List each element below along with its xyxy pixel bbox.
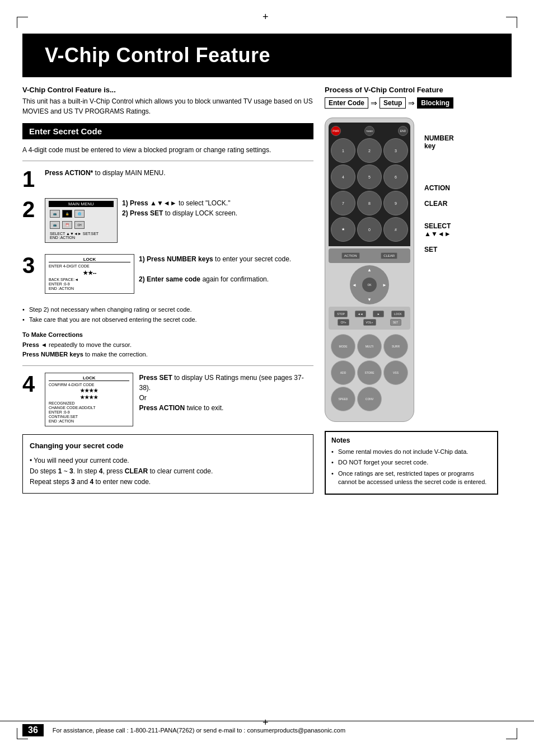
corrections-line2: Press NUMBER keys to make the correction… xyxy=(22,350,313,360)
label-clear: CLEAR xyxy=(424,200,454,208)
btn-5[interactable]: 5 xyxy=(357,165,382,189)
step-2-instructions: 1) Press ▲▼◄► to select "LOCK." 2) Press… xyxy=(122,198,237,218)
lock-enter-row: ENTER 4-DIGIT CODE xyxy=(49,264,130,268)
lock-back-row: BACK SPACE:◄ xyxy=(49,278,130,281)
step-1-text: Press ACTION* to display MAIN MENU. xyxy=(45,168,313,178)
label-select: SELECT ▲▼◄► xyxy=(424,222,454,238)
remote-mid-row1: ACTION CLEAR xyxy=(331,252,408,259)
btn-add[interactable]: ADD xyxy=(331,360,355,385)
process-header: Process of V-Chip Control Feature xyxy=(325,86,498,94)
label-set: SET xyxy=(424,246,454,253)
btn-0[interactable]: 0 xyxy=(357,217,382,242)
step-3-inst1: 1) Press NUMBER keys to enter your secre… xyxy=(139,254,291,264)
process-step-blocking: Blocking xyxy=(417,97,453,109)
nav-down[interactable]: ▼ xyxy=(367,297,372,302)
btn-1[interactable]: 1 xyxy=(331,138,355,163)
btn-lock[interactable]: LOCK xyxy=(391,311,405,317)
btn-mode[interactable]: MODE xyxy=(331,334,355,359)
btn-play[interactable]: ► xyxy=(373,311,384,317)
btn-hash[interactable]: # xyxy=(383,217,408,242)
icon-tv2: 📺 xyxy=(50,221,60,229)
remote-top: PWR TIMER END 1 2 3 4 5 6 7 xyxy=(329,123,410,246)
btn-vol-plus[interactable]: VOL+ xyxy=(363,319,376,326)
left-column: V-Chip Control Feature is... This unit h… xyxy=(22,86,313,495)
bullet-notes: Step 2) not necessary when changing rati… xyxy=(22,305,313,325)
btn-3[interactable]: 3 xyxy=(383,138,408,163)
footer-text: For assistance, please call : 1-800-211-… xyxy=(53,727,345,734)
remote-nav: ▲ ▼ ◄ ► OK xyxy=(350,265,389,304)
process-step-enter-code: Enter Code xyxy=(325,97,368,109)
step-3-inner: LOCK ENTER 4-DIGIT CODE ★★-- BACK SPACE:… xyxy=(45,254,313,297)
remote-control: PWR TIMER END 1 2 3 4 5 6 7 xyxy=(325,118,414,422)
step-1: 1 Press ACTION* to display MAIN MENU. xyxy=(22,168,313,190)
remote-nav-section: ▲ ▼ ◄ ► OK xyxy=(329,265,410,304)
change-code-box: Changing your secret code • You will nee… xyxy=(22,434,313,494)
note-3: Once ratings are set, restricted tapes o… xyxy=(331,469,491,487)
btn-7[interactable]: 7 xyxy=(331,191,355,215)
btn-set[interactable]: SET xyxy=(390,319,401,326)
confirm-continue: CONTINUE:SET xyxy=(49,415,129,419)
secret-code-desc: A 4-digit code must be entered to view a… xyxy=(22,145,313,161)
btn-vss[interactable]: VSS xyxy=(383,360,408,385)
bullet-note-1: Step 2) not necessary when changing rati… xyxy=(22,305,313,315)
vchip-feature-desc: This unit has a built-in V-Chip Control … xyxy=(22,96,313,116)
btn-convert[interactable]: CONV xyxy=(357,387,382,411)
btn-8[interactable]: 8 xyxy=(357,191,382,215)
icon-ch: CH xyxy=(74,221,85,229)
vchip-feature-label: V-Chip Control Feature is... xyxy=(22,86,313,94)
bullet-note-2: Take care that you are not observed ente… xyxy=(22,315,313,325)
btn-surround[interactable]: SURR xyxy=(383,334,408,359)
step-1-text-rest: to display MAIN MENU. xyxy=(95,169,166,177)
nav-up[interactable]: ▲ xyxy=(367,267,372,273)
btn-4[interactable]: 4 xyxy=(331,165,355,189)
btn-store[interactable]: STORE xyxy=(357,360,382,385)
screen-title: MAIN MENU xyxy=(49,201,114,207)
page-number: 36 xyxy=(22,724,44,736)
confirm-end: END :ACTION xyxy=(49,419,129,423)
screen-bottom-text: SELECT ▲▼◄► SET:SETEND :ACTION xyxy=(49,231,114,240)
btn-clear[interactable]: CLEAR xyxy=(381,252,397,259)
btn-power[interactable]: PWR xyxy=(331,126,341,136)
corrections-title: To Make Corrections xyxy=(22,330,313,340)
notes-box: Notes Some rental movies do not include … xyxy=(325,431,498,495)
arrow-1: ⇒ xyxy=(371,98,377,107)
confirm-code2: ★★★★ xyxy=(49,395,129,400)
btn-speed[interactable]: SPEED xyxy=(331,387,355,411)
btn-6[interactable]: 6 xyxy=(383,165,408,189)
step-1-text-bold: Press ACTION* xyxy=(45,169,93,177)
nav-center-ok[interactable]: OK xyxy=(362,278,377,292)
btn-action[interactable]: ACTION xyxy=(341,252,360,259)
step-3-number: 3 xyxy=(22,254,39,276)
btn-multi[interactable]: MULTI xyxy=(357,334,382,359)
confirm-recognized: RECOGNIZED xyxy=(49,401,129,405)
remote-lower-controls: STOP ◄◄ ► LOCK CH+ VOL+ SET xyxy=(329,307,410,330)
step-1-number: 1 xyxy=(22,168,39,190)
btn-rewind[interactable]: ◄◄ xyxy=(355,311,366,317)
corrections-section: To Make Corrections Press ◄ repeatedly t… xyxy=(22,330,313,366)
nav-left[interactable]: ◄ xyxy=(352,283,357,288)
title-bar: V-Chip Control Feature xyxy=(22,34,512,77)
process-step-setup: Setup xyxy=(380,97,406,109)
btn-2[interactable]: 2 xyxy=(357,138,382,163)
btn-timer[interactable]: TIMER xyxy=(364,126,374,136)
btn-stop[interactable]: STOP xyxy=(334,311,348,317)
lock-end-row: END :ACTION xyxy=(49,287,130,290)
remote-labels: NUMBER key ACTION CLEAR SELECT ▲▼◄► SET xyxy=(424,118,454,253)
screen-icons-row2: 📺 ⏰ CH xyxy=(49,220,114,230)
btn-9[interactable]: 9 xyxy=(383,191,408,215)
btn-ch-plus[interactable]: CH+ xyxy=(338,319,349,326)
step-2-inner: MAIN MENU 📺 🔒 🌐 📺 ⏰ CH xyxy=(45,198,313,246)
confirm-title: LOCK xyxy=(49,375,129,381)
remote-bottom-grid: MODE MULTI SURR ADD STORE VSS SPEED CONV xyxy=(331,334,408,411)
notes-list: Some rental movies do not include V-Chip… xyxy=(331,448,491,487)
remote-number-grid: 1 2 3 4 5 6 7 8 9 ★ 0 # xyxy=(331,138,408,242)
remote-lower-row2: CH+ VOL+ SET xyxy=(331,319,408,326)
corner-mark-tl xyxy=(17,17,28,28)
step-1-content: Press ACTION* to display MAIN MENU. xyxy=(45,168,313,178)
nav-right[interactable]: ► xyxy=(382,283,387,288)
step-4-inst1: Press SET to display US Ratings menu (se… xyxy=(139,373,313,413)
btn-end[interactable]: END xyxy=(398,126,408,136)
btn-star[interactable]: ★ xyxy=(331,217,355,242)
icon-clock: ⏰ xyxy=(62,221,72,229)
change-code-line1: Do steps 1 ~ 3. In step 4, press CLEAR t… xyxy=(30,466,306,477)
